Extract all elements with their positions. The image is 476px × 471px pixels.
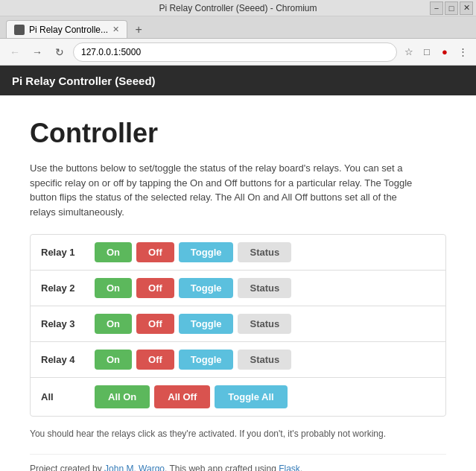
relay-4-label: Relay 4 [41, 354, 86, 365]
relay-2-on-button[interactable]: On [95, 278, 132, 298]
relay-1-buttons: On Off Toggle Status [95, 242, 291, 262]
url-input[interactable] [73, 42, 397, 62]
back-button[interactable]: ← [6, 43, 24, 61]
relay-2-status-button[interactable]: Status [238, 278, 291, 298]
minimize-button[interactable]: − [430, 1, 443, 15]
profile-icon[interactable]: ● [437, 45, 452, 60]
relay-3-status-button[interactable]: Status [238, 314, 291, 334]
relay-all-label: All [41, 391, 86, 402]
window-title: Pi Relay Controller (Seeed) - Chromium [159, 3, 317, 13]
relay-1-label: Relay 1 [41, 247, 86, 258]
relay-4-toggle-button[interactable]: Toggle [179, 350, 234, 370]
relay-row-all: All All On All Off Toggle All [31, 378, 445, 416]
relay-1-toggle-button[interactable]: Toggle [179, 242, 234, 262]
relay-2-label: Relay 2 [41, 282, 86, 294]
close-button[interactable]: ✕ [460, 1, 473, 15]
relay-3-toggle-button[interactable]: Toggle [179, 314, 234, 334]
footer-post: . [300, 464, 302, 471]
relay-2-buttons: On Off Toggle Status [95, 278, 291, 298]
relay-1-off-button[interactable]: Off [136, 242, 174, 262]
forward-button[interactable]: → [28, 43, 46, 61]
extension-icon[interactable]: □ [419, 45, 434, 60]
address-bar: ← → ↻ ☆ □ ● ⋮ [0, 39, 476, 66]
relay-3-on-button[interactable]: On [95, 314, 132, 334]
bookmark-icon[interactable]: ☆ [402, 45, 416, 60]
toggle-all-button[interactable]: Toggle All [215, 385, 287, 408]
relay-4-on-button[interactable]: On [95, 350, 132, 370]
tab-favicon [14, 25, 25, 35]
tab-label: Pi Relay Controlle... [29, 25, 108, 35]
active-tab[interactable]: Pi Relay Controlle... ✕ [6, 20, 127, 38]
relay-3-buttons: On Off Toggle Status [95, 314, 291, 334]
footer-mid: . This web app crafted using [165, 464, 279, 471]
relay-2-toggle-button[interactable]: Toggle [179, 278, 234, 298]
relay-row-3: Relay 3 On Off Toggle Status [31, 306, 445, 342]
relay-table: Relay 1 On Off Toggle Status Relay 2 On … [30, 234, 446, 417]
relay-4-buttons: On Off Toggle Status [95, 350, 291, 370]
relay-3-off-button[interactable]: Off [136, 314, 174, 334]
relay-4-status-button[interactable]: Status [238, 350, 291, 370]
menu-icon[interactable]: ⋮ [455, 45, 470, 60]
page-title: Controller [30, 118, 446, 149]
toolbar-icons: ☆ □ ● ⋮ [402, 45, 470, 60]
app-header: Pi Relay Controller (Seeed) [0, 66, 476, 95]
relay-row-4: Relay 4 On Off Toggle Status [31, 342, 445, 378]
relay-4-off-button[interactable]: Off [136, 350, 174, 370]
main-content: Controller Use the buttons below to set/… [0, 95, 476, 471]
relay-1-on-button[interactable]: On [95, 242, 132, 262]
window-controls[interactable]: − □ ✕ [430, 1, 473, 15]
new-tab-button[interactable]: + [130, 22, 147, 38]
relay-1-status-button[interactable]: Status [238, 242, 291, 262]
page-description: Use the buttons below to set/toggle the … [30, 161, 417, 219]
all-off-button[interactable]: All Off [154, 385, 210, 408]
relay-all-buttons: All On All Off Toggle All [95, 385, 288, 408]
footer-framework-link[interactable]: Flask [279, 464, 300, 471]
relay-2-off-button[interactable]: Off [136, 278, 174, 298]
app-title: Pi Relay Controller (Seeed) [12, 75, 156, 87]
tab-bar: Pi Relay Controlle... ✕ + [0, 16, 476, 39]
relay-row-1: Relay 1 On Off Toggle Status [31, 235, 445, 271]
footer-author-link[interactable]: John M. Wargo [104, 464, 165, 471]
refresh-button[interactable]: ↻ [51, 43, 69, 61]
footer-credit: Project created by John M. Wargo. This w… [30, 454, 446, 471]
relay-row-2: Relay 2 On Off Toggle Status [31, 271, 445, 306]
tab-close-icon[interactable]: ✕ [112, 25, 119, 34]
footer-note: You should hear the relays click as they… [30, 429, 446, 439]
relay-3-label: Relay 3 [41, 318, 86, 329]
all-on-button[interactable]: All On [95, 385, 150, 408]
window-title-bar: Pi Relay Controller (Seeed) - Chromium −… [0, 0, 476, 16]
footer-pre: Project created by [30, 464, 104, 471]
maximize-button[interactable]: □ [445, 1, 458, 15]
